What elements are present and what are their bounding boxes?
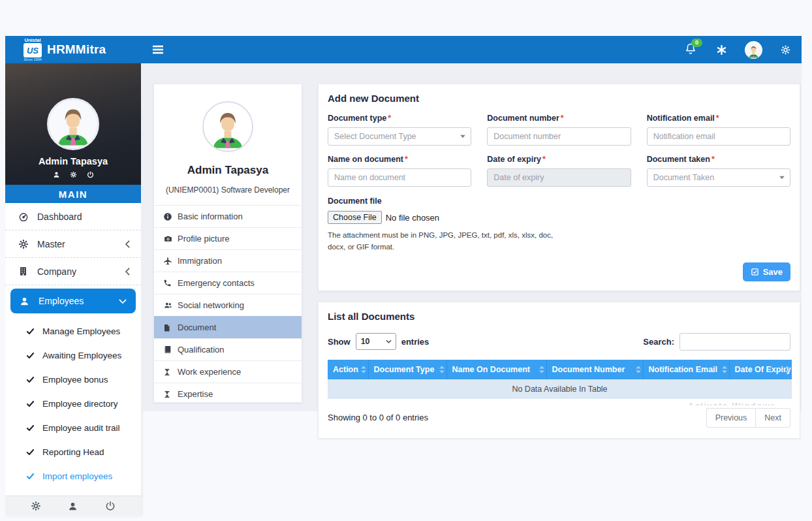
required-asterisk: * bbox=[405, 155, 408, 164]
required-asterisk: * bbox=[716, 114, 719, 123]
profile-tab-basic-information[interactable]: Basic information bbox=[154, 205, 302, 227]
date-of-expiry-input[interactable]: Date of expiry bbox=[487, 168, 631, 187]
empty-table-message: No Data Available In Table bbox=[328, 379, 792, 399]
column-header-date-of-expiry[interactable]: Date Of Expiry bbox=[729, 360, 792, 379]
column-header-action[interactable]: Action bbox=[328, 360, 368, 379]
left-sidebar: Admin Tapasya MAIN DashboardMasterCompan… bbox=[5, 63, 141, 516]
search-label: Search: bbox=[643, 337, 674, 347]
field-date-of-expiry: Date of expiry*Date of expiry bbox=[487, 155, 631, 187]
profile-tab-social-networking[interactable]: Social networking bbox=[154, 294, 302, 316]
document-type-select[interactable]: Select Document Type bbox=[328, 127, 471, 146]
submenu-item-import-employees[interactable]: Import employees bbox=[5, 464, 141, 488]
name-on-document-input[interactable]: Name on document bbox=[328, 168, 471, 187]
profile-power-icon[interactable] bbox=[87, 171, 94, 178]
sort-icon bbox=[539, 366, 544, 373]
chevron-left-icon bbox=[125, 268, 131, 276]
submenu-item-label: Employee audit trail bbox=[42, 423, 120, 433]
attachment-help-text: The attachment must be in PNG, JPG, JPEG… bbox=[328, 229, 563, 253]
settings-gear-icon[interactable] bbox=[780, 44, 791, 55]
app-title: HRMMitra bbox=[47, 42, 106, 57]
submenu-item-label: Import employees bbox=[42, 471, 112, 481]
sidebar-profile: Admin Tapasya bbox=[5, 63, 141, 185]
page-size-select[interactable]: 10 bbox=[356, 333, 396, 350]
field-document-number: Document number*Document number bbox=[487, 114, 631, 146]
check-icon bbox=[26, 448, 35, 456]
choose-file-button[interactable]: Choose File bbox=[328, 211, 382, 224]
logo-mark: US bbox=[23, 43, 42, 57]
profile-tab-label: Emergency contacts bbox=[178, 278, 255, 288]
book-icon bbox=[163, 345, 173, 354]
document-taken-select[interactable]: Document Taken bbox=[647, 168, 790, 187]
profile-tab-label: Expertise bbox=[178, 389, 213, 399]
sidebar-item-dashboard[interactable]: Dashboard bbox=[5, 203, 141, 230]
profile-tab-label: Immigration bbox=[178, 256, 222, 266]
submenu-item-awaiting-employees[interactable]: Awaiting Employees bbox=[5, 343, 141, 368]
app-window: Unistal US Since 1994 HRMMitra 0 bbox=[5, 36, 802, 516]
menu-toggle-icon[interactable] bbox=[150, 42, 166, 57]
building-icon bbox=[18, 266, 29, 276]
footer-power-icon[interactable] bbox=[105, 501, 116, 511]
profile-tab-emergency-contacts[interactable]: Emergency contacts bbox=[154, 272, 302, 294]
submenu-item-reporting-head[interactable]: Reporting Head bbox=[5, 440, 141, 464]
top-navbar: Unistal US Since 1994 HRMMitra 0 bbox=[5, 36, 802, 63]
plane-icon bbox=[163, 257, 173, 266]
sidebar-item-master[interactable]: Master bbox=[5, 230, 141, 258]
documents-table: ActionDocument TypeName On DocumentDocum… bbox=[328, 360, 792, 399]
profile-tab-document[interactable]: Document bbox=[154, 316, 302, 338]
chevron-down-icon bbox=[119, 298, 127, 304]
column-header-document-type[interactable]: Document Type bbox=[368, 360, 446, 379]
document-number-input[interactable]: Document number bbox=[487, 127, 631, 146]
search-input[interactable] bbox=[679, 333, 790, 351]
profile-tab-label: Document bbox=[178, 323, 216, 332]
sidebar-avatar[interactable] bbox=[47, 98, 99, 150]
activate-windows-watermark: Activate Windows bbox=[688, 401, 776, 405]
field-label: Document number* bbox=[487, 114, 631, 123]
show-label: Show bbox=[328, 337, 351, 347]
notifications-bell-icon[interactable]: 0 bbox=[684, 42, 698, 57]
notification-count-badge: 0 bbox=[691, 39, 702, 47]
add-document-card: Add new Document Document type*Select Do… bbox=[318, 84, 800, 291]
unistal-logo[interactable]: Unistal US Since 1994 bbox=[23, 38, 42, 62]
required-asterisk: * bbox=[388, 114, 391, 123]
sidebar-footer bbox=[5, 496, 141, 516]
users-icon bbox=[163, 301, 173, 309]
chevron-down-icon bbox=[779, 176, 785, 180]
logo-bottom-text: Since 1994 bbox=[23, 58, 42, 62]
employee-name: Admin Tapasya bbox=[154, 164, 302, 177]
list-documents-title: List all Documents bbox=[328, 311, 790, 322]
column-header-name-on-document[interactable]: Name On Document bbox=[446, 360, 546, 379]
profile-tab-immigration[interactable]: Immigration bbox=[154, 249, 302, 272]
profile-person-icon[interactable] bbox=[53, 171, 60, 178]
submenu-item-employee-audit-trail[interactable]: Employee audit trail bbox=[5, 416, 141, 440]
footer-gear-icon[interactable] bbox=[31, 501, 41, 511]
save-button[interactable]: Save bbox=[743, 262, 790, 281]
previous-page-button[interactable]: Previous bbox=[706, 408, 756, 428]
column-header-notification-email[interactable]: Notification Email bbox=[643, 360, 729, 379]
profile-tab-work-experience[interactable]: Work experience bbox=[154, 360, 302, 383]
user-avatar[interactable] bbox=[745, 41, 762, 59]
profile-tab-profile-picture[interactable]: Profile picture bbox=[154, 227, 302, 249]
submenu-item-label: Awaiting Employees bbox=[42, 351, 121, 360]
footer-person-icon[interactable] bbox=[68, 501, 78, 511]
notification-email-input[interactable]: Notification email bbox=[647, 127, 790, 146]
sort-icon bbox=[722, 366, 727, 373]
next-page-button[interactable]: Next bbox=[755, 408, 790, 428]
profile-gear-icon[interactable] bbox=[70, 171, 77, 178]
sidebar-item-company[interactable]: Company bbox=[5, 258, 141, 285]
submenu-item-label: Employee bonus bbox=[42, 375, 108, 385]
check-square-icon bbox=[751, 268, 759, 276]
submenu-item-employee-directory[interactable]: Employee directory bbox=[5, 392, 141, 416]
submenu-item-manage-employees[interactable]: Manage Employees bbox=[5, 319, 141, 343]
profile-tab-expertise[interactable]: Expertise bbox=[154, 383, 302, 403]
sidebar-section-label: MAIN bbox=[5, 185, 141, 203]
field-label: Notification email* bbox=[647, 114, 790, 123]
sidebar-item-employees[interactable]: Employees bbox=[10, 289, 136, 313]
required-asterisk: * bbox=[542, 155, 546, 164]
asterisk-icon[interactable] bbox=[716, 44, 727, 55]
profile-tab-qualification[interactable]: Qualification bbox=[154, 338, 302, 360]
submenu-item-employee-bonus[interactable]: Employee bonus bbox=[5, 368, 141, 392]
sort-icon bbox=[785, 366, 790, 373]
field-document-taken: Document taken*Document Taken bbox=[647, 155, 790, 187]
column-header-document-number[interactable]: Document Number bbox=[546, 360, 643, 379]
check-icon bbox=[26, 327, 35, 336]
